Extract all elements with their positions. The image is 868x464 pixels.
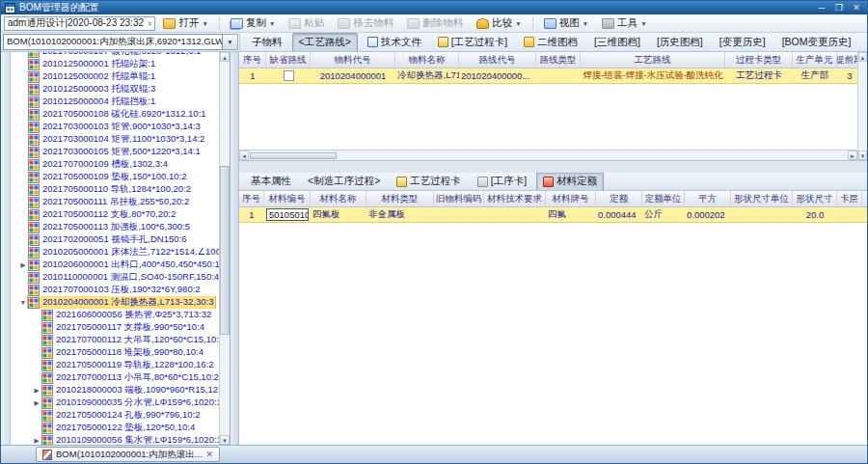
column-header[interactable]: 材料名称 — [311, 191, 366, 206]
table-row[interactable]: 1501050100...四氟板非金属板四氟0.000444公斤0.000202… — [239, 207, 867, 223]
tree-vertical-scrollbar[interactable]: ▲ ▼ — [219, 52, 230, 445]
tree-item[interactable]: ▶ 2010218000003 端板,1090*960*R15,12:1 — [11, 384, 219, 396]
column-header[interactable]: 形状尺寸单位 — [731, 191, 793, 206]
column-header[interactable]: 物料名称 — [395, 52, 459, 68]
column-header[interactable]: 序号 — [239, 191, 264, 206]
open-bom-task-tab[interactable]: BOM(1010102000001:内加热滚出... ✕ — [36, 447, 220, 462]
left-collapsed-panel-strip[interactable] — [1, 52, 11, 445]
tools-button[interactable]: 工具▼ — [596, 14, 652, 32]
tree-item[interactable]: 2021705000118 堆架板,990*80,10:4 — [11, 346, 219, 359]
tree-item[interactable]: 2021707000112 大吊耳,120*60*C15,10:2 — [11, 334, 219, 346]
column-header[interactable]: 生产单元 — [793, 52, 837, 68]
collapsed-expander-icon[interactable]: ▶ — [32, 384, 41, 396]
collapsed-expander-icon[interactable]: ▶ — [32, 434, 41, 445]
column-header[interactable]: 路线类型 — [536, 52, 581, 68]
tab-close-icon[interactable]: ✕ — [206, 450, 214, 459]
column-header[interactable]: 过程卡类型 — [725, 52, 793, 68]
tree-item[interactable]: ▶ 2010109000056 集水管,LΦ159*6,1020:1 — [11, 434, 219, 445]
detail-tab[interactable]: [工序卡] — [471, 173, 533, 191]
scroll-right-icon[interactable]: ► — [848, 150, 857, 160]
tree-scroll-thumb[interactable] — [220, 166, 230, 334]
tree-item[interactable]: 2021705000117 支撑板,990*50*10:4 — [11, 321, 219, 334]
tree-item[interactable]: ▼ 2010204000001 冷却换热器,L713-32,30:3 — [11, 296, 219, 309]
column-header[interactable]: 材料牌号 — [546, 191, 596, 206]
tree-splitter[interactable] — [231, 52, 239, 445]
route-hscroll-thumb[interactable] — [250, 152, 337, 159]
tree-item[interactable]: 2010110000001 测温口,SO40-150RF,150:4 — [11, 271, 219, 284]
copy-button[interactable]: 复制▼ — [225, 14, 281, 32]
scroll-left-icon[interactable]: ◄ — [239, 150, 249, 160]
scroll-down-icon[interactable]: ▼ — [858, 150, 867, 160]
child-tab[interactable]: [变更历史] — [713, 33, 773, 51]
close-button[interactable]: ✕ — [850, 3, 863, 14]
column-header[interactable]: 定额 — [596, 191, 642, 206]
column-header[interactable]: 工艺路线 — [581, 52, 725, 68]
default-route-checkbox[interactable] — [284, 70, 294, 81]
tree-item[interactable]: 2010125000004 托辊挡板:1 — [11, 96, 219, 108]
tree-item[interactable]: ▶ 2010109000035 分水管,LΦ159*6,1020:1 — [11, 396, 219, 409]
bom-selector-value[interactable]: BOM(1010102000001:内加热滚出床,6920*1312,GLWN9… — [3, 34, 223, 50]
child-tab[interactable]: [BOM变更历史] — [775, 33, 858, 51]
child-tab[interactable]: [工艺过程卡] — [431, 33, 514, 51]
tree-item[interactable]: 2021705000113 加强板,100*6,300:5 — [11, 221, 219, 233]
maximize-button[interactable]: ❐ — [832, 3, 846, 14]
view-button[interactable]: 视图▼ — [538, 14, 594, 32]
tree-item[interactable]: 2021705000124 孔板,990*796,10:2 — [11, 409, 219, 422]
detail-tab[interactable]: 材料定额 — [536, 173, 604, 191]
tree-item[interactable]: 2010205000001 床体法兰,7122*1514,∠100:1 — [11, 246, 219, 259]
tree-item[interactable]: 2021705000111 吊挂板,255*50,20:2 — [11, 196, 219, 208]
tree-item[interactable]: 2021705000109 垫板,150*100,10:2 — [11, 171, 219, 183]
child-tab[interactable]: 二维图档 — [517, 33, 584, 51]
column-header[interactable]: 定额单位 — [642, 191, 685, 206]
child-tab[interactable]: <工艺路线> — [292, 33, 358, 51]
tree-item[interactable]: 2010125000002 托辊单辊:1 — [11, 70, 219, 83]
tree-item[interactable]: 2021702000051 视镜手孔,DN150:6 — [11, 233, 219, 246]
tree-item[interactable]: 2021703000103 矩管,900*1030*3,14:3 — [11, 121, 219, 133]
column-header[interactable]: 缺省路线 — [266, 52, 311, 68]
column-header[interactable]: 材料编号 — [264, 191, 311, 206]
tree-item[interactable]: 2010125000003 托辊双辊:3 — [11, 83, 219, 96]
tree-item[interactable]: 2021707000103 压板,190*32*6Y,980:2 — [11, 284, 219, 296]
expanded-expander-icon[interactable]: ▼ — [18, 296, 28, 309]
child-tab[interactable]: [历史图档] — [650, 33, 710, 51]
folder-button[interactable]: 打开▼ — [157, 14, 213, 32]
child-tab[interactable]: 子物料 — [245, 33, 289, 51]
column-header[interactable]: 形状尺寸 — [793, 191, 837, 206]
detail-tab[interactable]: <制造工序过程> — [301, 173, 387, 191]
child-tab[interactable]: 技术文件 — [361, 33, 428, 51]
route-vscroll-track[interactable] — [858, 62, 867, 150]
tree-item[interactable]: 2021705000108 碳化硅,6920*1312,10:1 — [11, 108, 219, 121]
tree-item[interactable]: 2021707000109 槽板,1302,3:4 — [11, 158, 219, 171]
column-header[interactable]: 材料类型 — [366, 191, 434, 206]
collapsed-expander-icon[interactable]: ▶ — [32, 396, 41, 409]
tree-item[interactable]: ▶ 2010206000001 出料口,400*450,450*450:1 — [11, 259, 219, 271]
column-header[interactable]: 提前期 — [837, 52, 857, 68]
tree-item[interactable]: 2021707000113 小吊耳,80*60*C15,10:2 — [11, 371, 219, 384]
scroll-up-icon[interactable]: ▲ — [220, 52, 230, 62]
tree-item[interactable]: 2010125000001 托辊站架:1 — [11, 58, 219, 70]
column-header[interactable]: 序号 — [239, 52, 266, 68]
tree-item[interactable]: 2021703000104 矩管,1100*1030*3,14:2 — [11, 133, 219, 146]
bom-selector-dropdown-button[interactable]: ▼ — [223, 34, 238, 50]
tree-scroll-track[interactable] — [220, 62, 230, 435]
column-header[interactable]: 材料技术要求 — [484, 191, 546, 206]
cell-editor[interactable]: 501050100... — [266, 208, 309, 221]
tree-item[interactable]: 2021703000105 矩管,500*1220*3,14:1 — [11, 146, 219, 158]
column-header[interactable]: 路线代号 — [459, 52, 536, 68]
tree-item[interactable]: 2021606000056 换热管,Φ25*3,713:32 — [11, 309, 219, 321]
tree-item[interactable]: 2021705000112 支板,80*70,20:2 — [11, 208, 219, 221]
tree-item[interactable]: 2021705000122 垫板,120*50,10:4 — [11, 422, 219, 434]
column-header[interactable]: 平方 — [685, 191, 731, 206]
scroll-up-icon[interactable]: ▲ — [858, 52, 867, 62]
compare-button[interactable]: 比较▼ — [471, 14, 527, 32]
scroll-down-icon[interactable]: ▼ — [220, 435, 230, 445]
detail-tab[interactable]: 工艺过程卡 — [390, 173, 468, 191]
tree-item[interactable]: 2021705000119 导轨板,1228*100,16:2 — [11, 359, 219, 371]
detail-tab[interactable]: 基本属性 — [244, 173, 298, 191]
minimize-button[interactable]: ─ — [815, 3, 828, 14]
column-header[interactable]: 旧物料编码 — [434, 191, 484, 206]
column-header[interactable]: 卡层 — [837, 191, 862, 206]
tree-item[interactable]: 2021705000110 导轨,1284*100,20:2 — [11, 183, 219, 196]
route-horizontal-scrollbar[interactable]: ◄ ► — [239, 150, 857, 160]
column-header[interactable]: 物料代号 — [311, 52, 395, 68]
